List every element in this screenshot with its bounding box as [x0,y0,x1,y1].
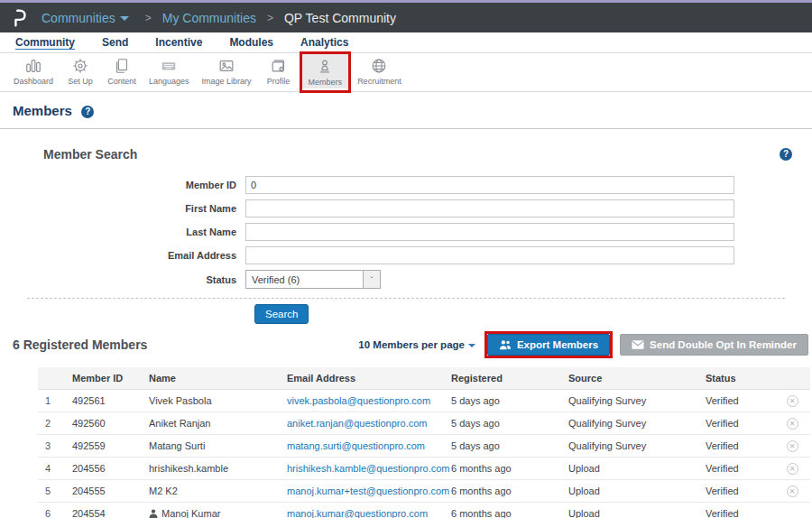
table-row: 2 492560 Aniket Ranjan aniket.ranjan@que… [38,412,810,435]
communities-menu[interactable]: Communities [42,11,129,25]
envelope-icon [632,339,644,350]
export-members-label: Export Members [517,339,598,350]
status-cell: Verified [706,486,774,496]
member-search-form: Member ID First Name Last Name Email Add… [13,176,799,289]
help-icon[interactable]: ? [81,106,94,118]
profile-card-icon [270,57,288,75]
member-id-cell: 492559 [72,440,149,451]
toolbar-item-languages[interactable]: Languages [143,53,196,91]
help-icon[interactable]: ? [780,148,792,161]
member-id-cell: 204554 [72,508,149,518]
person-icon [149,509,158,518]
registered-members-count: 6 Registered Members [13,338,147,352]
tab-incentive[interactable]: Incentive [155,34,202,51]
header-email: Email Address [287,373,451,384]
breadcrumb-separator: > [145,12,152,24]
toolbar-item-setup[interactable]: Set Up [60,53,101,91]
member-name-cell: Vivek Pasbola [149,395,287,406]
tab-community[interactable]: Community [15,34,75,51]
status-cell: Verified [706,463,774,474]
chevron-down-icon [120,16,129,21]
row-index: 3 [38,440,72,451]
first-name-field[interactable] [245,199,734,217]
member-email-link[interactable]: matang.surti@questionpro.com [287,440,451,451]
toolbar-item-dashboard[interactable]: Dashboard [7,53,60,91]
member-search-header: Member Search ? [13,147,799,162]
toolbar-label: Profile [267,77,291,86]
member-email-link[interactable]: manoj.kumar@questionpro.com [287,508,451,518]
last-name-row: Last Name [13,223,799,241]
status-select[interactable]: Verified (6) ˇ [245,270,381,289]
member-id-cell: 204556 [72,463,149,474]
table-row: 1 492561 Vivek Pasbola vivek.pasbola@que… [38,390,810,412]
toolbar-label: Content [107,77,136,86]
export-members-button[interactable]: Export Members [487,334,610,356]
member-email-link[interactable]: manoj.kumar+test@questionpro.com [287,486,451,496]
toolbar-label: Dashboard [14,77,53,86]
person-icon [316,58,334,76]
member-id-cell: 492561 [72,395,149,406]
questionpro-logo-icon[interactable] [11,8,29,28]
toolbar-item-members[interactable]: Members [302,54,349,88]
members-per-page-label: 10 Members per page [358,339,465,350]
page-header: Members ? [0,92,812,128]
last-name-label: Last Name [13,227,245,237]
status-select-value: Verified (6) [246,274,363,285]
main-tabs: Community Send Incentive Modules Analyti… [0,32,812,53]
email-address-label: Email Address [13,250,245,261]
globe-icon [370,57,388,75]
first-name-label: First Name [13,203,245,214]
member-name-cell: Aniket Ranjan [149,418,287,429]
header-member-id: Member ID [72,373,149,384]
member-name-cell: hrishikesh.kamble [149,463,287,474]
member-email-link[interactable]: hrishikesh.kamble@questionpro.com [287,463,451,474]
toolbar-label: Recruitment [357,77,401,86]
remove-member-icon[interactable]: ✕ [787,395,798,407]
source-cell: Qualifying Survey [568,395,706,406]
member-id-label: Member ID [13,180,245,190]
row-index: 1 [38,395,72,406]
tab-modules[interactable]: Modules [229,34,273,51]
gear-icon [71,57,89,75]
last-name-field[interactable] [245,223,734,241]
remove-member-icon[interactable]: ✕ [787,440,798,452]
send-double-opt-in-reminder-button[interactable]: Send Double Opt In Reminder [620,334,808,356]
member-id-row: Member ID [13,176,799,194]
status-cell: Verified [706,508,774,518]
toolbar-item-profile[interactable]: Profile [258,53,300,91]
row-index: 6 [38,508,72,518]
communities-menu-label: Communities [42,11,115,25]
toolbar-label: Image Library [202,77,252,86]
member-email-link[interactable]: vivek.pasbola@questionpro.com [287,395,451,406]
breadcrumb-my-communities[interactable]: My Communities [162,11,256,25]
source-cell: Qualifying Survey [568,440,706,451]
tab-analytics[interactable]: Analytics [300,34,348,51]
toolbar-item-content[interactable]: Content [101,53,143,91]
pages-icon [113,57,131,75]
member-search-panel: Member Search ? Member ID First Name Las… [0,129,812,324]
toolbar-item-image-library[interactable]: Image Library [196,53,258,91]
member-id-field[interactable] [245,176,734,194]
remove-member-icon[interactable]: ✕ [787,486,798,497]
table-row: 3 492559 Matang Surti matang.surti@quest… [38,435,810,458]
breadcrumb-separator: > [267,12,273,24]
search-button[interactable]: Search [254,304,309,324]
remove-member-icon[interactable]: ✕ [787,418,798,430]
table-row: 6 204554 Manoj Kumar manoj.kumar@questio… [38,503,810,518]
source-cell: Upload [568,508,706,518]
registered-cell: 5 days ago [451,418,568,429]
member-email-link[interactable]: aniket.ranjan@questionpro.com [287,418,451,429]
member-name-cell: M2 K2 [149,486,287,496]
header-source: Source [568,373,706,384]
users-icon [499,339,512,350]
tab-send[interactable]: Send [102,34,128,51]
page-title: Members [13,103,72,118]
members-per-page-dropdown[interactable]: 10 Members per page [358,339,475,350]
members-page: Communities > My Communities > QP Test C… [0,0,812,518]
status-cell: Verified [706,418,774,429]
export-annotation-box: Export Members [484,331,613,358]
email-address-field[interactable] [245,246,734,264]
remove-member-icon[interactable]: ✕ [787,463,798,475]
header-name: Name [149,373,287,384]
toolbar-item-recruitment[interactable]: Recruitment [351,53,408,91]
